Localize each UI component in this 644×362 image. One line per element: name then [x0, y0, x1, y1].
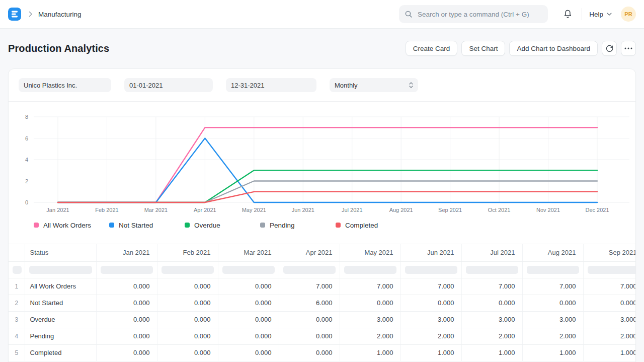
column-header-aug-2021[interactable]: Aug 2021 — [522, 244, 583, 261]
filter-cell[interactable] — [218, 261, 279, 278]
filter-cell[interactable] — [522, 261, 583, 278]
column-filter-input[interactable] — [466, 266, 518, 274]
company-filter-input[interactable] — [19, 78, 111, 92]
column-filter-input[interactable] — [588, 266, 636, 274]
value-cell[interactable]: 7.000 — [583, 278, 636, 295]
value-cell[interactable]: 0.000 — [522, 295, 583, 311]
column-header-feb-2021[interactable]: Feb 2021 — [157, 244, 218, 261]
status-cell[interactable]: All Work Orders — [25, 278, 96, 295]
value-cell[interactable]: 0.000 — [218, 344, 279, 361]
value-cell[interactable]: 3.000 — [461, 311, 522, 328]
value-cell[interactable]: 3.000 — [522, 311, 583, 328]
value-cell[interactable]: 0.000 — [157, 295, 218, 311]
value-cell[interactable]: 2.000 — [522, 328, 583, 344]
value-cell[interactable]: 1.000 — [340, 344, 400, 361]
status-cell[interactable]: Completed — [25, 344, 96, 361]
column-header-jun-2021[interactable]: Jun 2021 — [400, 244, 461, 261]
value-cell[interactable]: 2.000 — [461, 328, 522, 344]
column-filter-input[interactable] — [13, 266, 22, 274]
filter-cell[interactable] — [400, 261, 461, 278]
refresh-button[interactable] — [602, 41, 617, 56]
column-header-may-2021[interactable]: May 2021 — [340, 244, 400, 261]
app-logo[interactable] — [8, 8, 21, 21]
to-date-input[interactable] — [226, 78, 316, 92]
column-header-jan-2021[interactable]: Jan 2021 — [96, 244, 157, 261]
production-chart-svg[interactable]: 02468Jan 2021Feb 2021Mar 2021Apr 2021May… — [9, 105, 636, 219]
value-cell[interactable]: 0.000 — [583, 295, 636, 311]
value-cell[interactable]: 0.000 — [279, 328, 340, 344]
value-cell[interactable]: 2.000 — [583, 328, 636, 344]
menu-button[interactable] — [621, 41, 636, 56]
create-card-button[interactable]: Create Card — [406, 41, 458, 56]
value-cell[interactable]: 1.000 — [400, 344, 461, 361]
value-cell[interactable]: 0.000 — [461, 295, 522, 311]
value-cell[interactable]: 1.000 — [583, 344, 636, 361]
value-cell[interactable]: 2.000 — [400, 328, 461, 344]
value-cell[interactable]: 7.000 — [340, 278, 400, 295]
column-filter-input[interactable] — [283, 266, 336, 274]
value-cell[interactable]: 7.000 — [522, 278, 583, 295]
filter-cell[interactable] — [461, 261, 522, 278]
range-select[interactable]: Monthly — [330, 78, 418, 92]
column-filter-input[interactable] — [344, 266, 396, 274]
breadcrumb-item-manufacturing[interactable]: Manufacturing — [38, 11, 82, 18]
value-cell[interactable]: 1.000 — [522, 344, 583, 361]
value-cell[interactable]: 0.000 — [218, 311, 279, 328]
column-header-jul-2021[interactable]: Jul 2021 — [461, 244, 522, 261]
status-cell[interactable]: Pending — [25, 328, 96, 344]
column-filter-input[interactable] — [405, 266, 457, 274]
value-cell[interactable]: 0.000 — [157, 278, 218, 295]
value-cell[interactable]: 0.000 — [218, 278, 279, 295]
from-date-input[interactable] — [124, 78, 213, 92]
value-cell[interactable]: 0.000 — [157, 328, 218, 344]
value-cell[interactable]: 2.000 — [340, 328, 400, 344]
notifications-button[interactable] — [560, 7, 575, 21]
filter-cell[interactable] — [340, 261, 400, 278]
status-cell[interactable]: Overdue — [25, 311, 96, 328]
filter-cell[interactable] — [96, 261, 157, 278]
column-header-status[interactable]: Status — [25, 244, 96, 261]
filter-cell[interactable] — [157, 261, 218, 278]
column-header-apr-2021[interactable]: Apr 2021 — [279, 244, 340, 261]
value-cell[interactable]: 1.000 — [461, 344, 522, 361]
filter-cell[interactable] — [583, 261, 636, 278]
value-cell[interactable]: 0.000 — [279, 344, 340, 361]
value-cell[interactable]: 0.000 — [340, 295, 400, 311]
value-cell[interactable]: 0.000 — [157, 311, 218, 328]
search-input[interactable] — [417, 10, 542, 19]
value-cell[interactable]: 0.000 — [96, 311, 157, 328]
value-cell[interactable]: 0.000 — [157, 344, 218, 361]
avatar[interactable]: PR — [621, 7, 636, 22]
value-cell[interactable]: 0.000 — [218, 295, 279, 311]
status-cell[interactable]: Not Started — [25, 295, 96, 311]
filter-cell[interactable] — [25, 261, 96, 278]
value-cell[interactable]: 0.000 — [96, 344, 157, 361]
value-cell[interactable]: 3.000 — [583, 311, 636, 328]
column-filter-input[interactable] — [527, 266, 579, 274]
filter-cell[interactable] — [9, 261, 25, 278]
column-header-mar-2021[interactable]: Mar 2021 — [218, 244, 279, 261]
value-cell[interactable]: 7.000 — [400, 278, 461, 295]
series-line-overdue[interactable] — [58, 170, 597, 202]
value-cell[interactable]: 3.000 — [400, 311, 461, 328]
set-chart-button[interactable]: Set Chart — [461, 41, 505, 56]
column-header-sep-2021[interactable]: Sep 2021 — [583, 244, 636, 261]
value-cell[interactable]: 7.000 — [461, 278, 522, 295]
value-cell[interactable]: 7.000 — [279, 278, 340, 295]
value-cell[interactable]: 0.000 — [96, 328, 157, 344]
column-filter-input[interactable] — [222, 266, 275, 274]
value-cell[interactable]: 0.000 — [96, 295, 157, 311]
value-cell[interactable]: 6.000 — [279, 295, 340, 311]
column-filter-input[interactable] — [162, 266, 214, 274]
value-cell[interactable]: 3.000 — [340, 311, 400, 328]
column-filter-input[interactable] — [29, 266, 92, 274]
series-line-completed[interactable] — [58, 192, 597, 202]
add-chart-to-dashboard-button[interactable]: Add Chart to Dashboard — [509, 41, 598, 56]
value-cell[interactable]: 0.000 — [279, 311, 340, 328]
value-cell[interactable]: 0.000 — [218, 328, 279, 344]
filter-cell[interactable] — [279, 261, 340, 278]
help-menu[interactable]: Help — [589, 11, 612, 18]
column-filter-input[interactable] — [101, 266, 153, 274]
value-cell[interactable]: 0.000 — [96, 278, 157, 295]
value-cell[interactable]: 0.000 — [400, 295, 461, 311]
